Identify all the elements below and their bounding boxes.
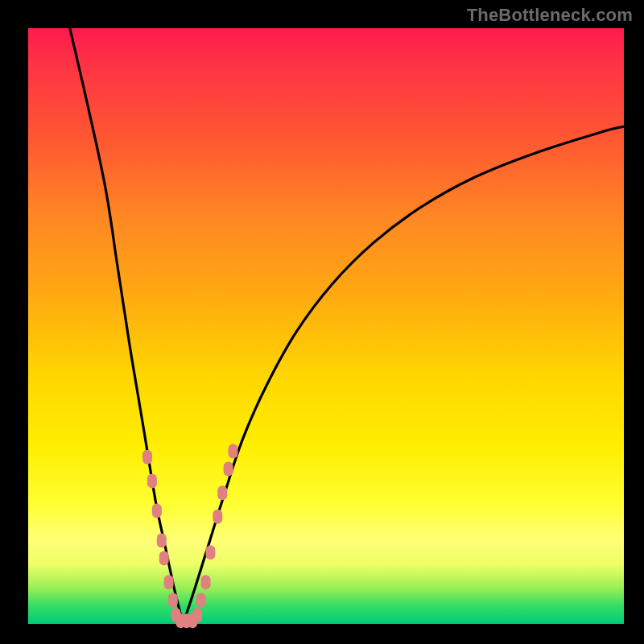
marker-point (196, 592, 206, 607)
curve-overlay (0, 0, 644, 644)
marker-point (192, 608, 202, 622)
marker-point (201, 575, 211, 589)
marker-point (205, 545, 215, 559)
marker-point (157, 533, 167, 547)
curve-right-branch (183, 126, 624, 624)
marker-point (159, 551, 169, 566)
bottleneck-curve (70, 28, 624, 624)
marker-point (168, 592, 178, 607)
marker-point (152, 503, 162, 518)
marker-point (147, 473, 157, 488)
marker-point (229, 444, 238, 458)
marker-point (213, 510, 222, 524)
marker-point (217, 485, 227, 500)
marker-point (142, 450, 152, 464)
marker-point (224, 462, 233, 477)
chart-frame: TheBottleneck.com (0, 0, 644, 644)
curve-left-branch (70, 28, 184, 624)
marker-point (164, 575, 174, 589)
